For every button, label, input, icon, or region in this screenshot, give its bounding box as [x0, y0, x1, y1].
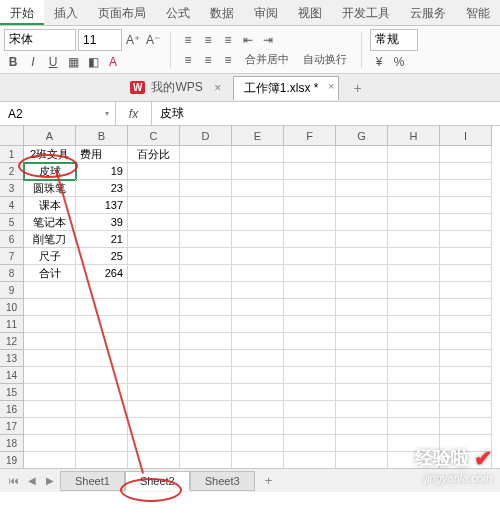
cell[interactable]	[440, 401, 492, 418]
align-middle-icon[interactable]: ≡	[199, 31, 217, 49]
cell[interactable]	[232, 163, 284, 180]
cell[interactable]	[336, 265, 388, 282]
row-header[interactable]: 4	[0, 197, 24, 214]
sheet-nav-next-icon[interactable]: ▶	[42, 473, 58, 489]
cell[interactable]	[388, 384, 440, 401]
cell[interactable]	[232, 265, 284, 282]
formula-input[interactable]: 皮球	[152, 102, 500, 125]
cell[interactable]	[388, 180, 440, 197]
cell[interactable]	[336, 146, 388, 163]
cell[interactable]	[440, 231, 492, 248]
cell[interactable]	[76, 384, 128, 401]
cell[interactable]	[336, 197, 388, 214]
cell[interactable]	[24, 418, 76, 435]
cell[interactable]	[180, 316, 232, 333]
row-header[interactable]: 19	[0, 452, 24, 469]
cell[interactable]	[440, 316, 492, 333]
cell[interactable]	[180, 282, 232, 299]
wps-label[interactable]: 我的WPS	[151, 79, 202, 96]
cell[interactable]	[180, 418, 232, 435]
ribbon-tab-3[interactable]: 公式	[156, 0, 200, 25]
cell[interactable]	[336, 435, 388, 452]
cell[interactable]	[388, 248, 440, 265]
column-header[interactable]: F	[284, 126, 336, 146]
bold-icon[interactable]: B	[4, 53, 22, 71]
cell[interactable]: 笔记本	[24, 214, 76, 231]
font-select[interactable]	[4, 29, 76, 51]
sheet-tab[interactable]: Sheet1	[60, 471, 125, 491]
border-icon[interactable]: ▦	[64, 53, 82, 71]
cell[interactable]	[440, 265, 492, 282]
ribbon-tab-5[interactable]: 审阅	[244, 0, 288, 25]
cell[interactable]	[284, 350, 336, 367]
cell[interactable]	[336, 384, 388, 401]
ribbon-tab-1[interactable]: 插入	[44, 0, 88, 25]
cell[interactable]	[180, 367, 232, 384]
merge-center-button[interactable]: 合并居中	[239, 51, 295, 69]
row-header[interactable]: 6	[0, 231, 24, 248]
fill-color-icon[interactable]: ◧	[84, 53, 102, 71]
cell[interactable]	[388, 316, 440, 333]
cell[interactable]	[232, 248, 284, 265]
cell[interactable]	[284, 214, 336, 231]
row-header[interactable]: 9	[0, 282, 24, 299]
increase-font-icon[interactable]: A⁺	[124, 31, 142, 49]
decrease-font-icon[interactable]: A⁻	[144, 31, 162, 49]
cell[interactable]	[128, 401, 180, 418]
cell[interactable]	[336, 367, 388, 384]
cell[interactable]	[24, 401, 76, 418]
cell[interactable]: 23	[76, 180, 128, 197]
cell[interactable]	[128, 316, 180, 333]
ribbon-tab-2[interactable]: 页面布局	[88, 0, 156, 25]
cell[interactable]	[232, 180, 284, 197]
row-header[interactable]: 8	[0, 265, 24, 282]
cell[interactable]	[284, 367, 336, 384]
cell[interactable]	[232, 367, 284, 384]
column-header[interactable]: A	[24, 126, 76, 146]
cell[interactable]	[232, 350, 284, 367]
currency-icon[interactable]: ¥	[370, 53, 388, 71]
cell[interactable]	[180, 384, 232, 401]
cell[interactable]	[180, 350, 232, 367]
cell[interactable]	[180, 333, 232, 350]
name-box[interactable]: A2	[0, 102, 116, 125]
cell[interactable]	[440, 214, 492, 231]
cell[interactable]	[128, 299, 180, 316]
cell[interactable]	[388, 163, 440, 180]
cell[interactable]	[232, 282, 284, 299]
cell[interactable]	[336, 418, 388, 435]
select-all-corner[interactable]	[0, 126, 24, 146]
font-color-icon[interactable]: A	[104, 53, 122, 71]
cell[interactable]	[284, 248, 336, 265]
cell[interactable]	[440, 333, 492, 350]
cell[interactable]	[336, 231, 388, 248]
cell[interactable]	[284, 384, 336, 401]
cell[interactable]	[232, 333, 284, 350]
row-header[interactable]: 11	[0, 316, 24, 333]
cell[interactable]	[440, 418, 492, 435]
row-header[interactable]: 15	[0, 384, 24, 401]
cell[interactable]	[128, 418, 180, 435]
cell[interactable]	[24, 282, 76, 299]
cell[interactable]	[128, 248, 180, 265]
cell[interactable]	[388, 299, 440, 316]
cell[interactable]	[336, 180, 388, 197]
cell[interactable]	[232, 299, 284, 316]
ribbon-tab-0[interactable]: 开始	[0, 0, 44, 25]
cell[interactable]	[232, 435, 284, 452]
underline-icon[interactable]: U	[44, 53, 62, 71]
cell[interactable]	[440, 180, 492, 197]
cell[interactable]	[128, 282, 180, 299]
cell[interactable]	[232, 146, 284, 163]
sheet-nav-prev-icon[interactable]: ◀	[24, 473, 40, 489]
add-sheet-button[interactable]: +	[257, 471, 281, 490]
cell[interactable]	[388, 197, 440, 214]
cell[interactable]	[128, 163, 180, 180]
column-header[interactable]: H	[388, 126, 440, 146]
cell[interactable]	[76, 282, 128, 299]
cell[interactable]	[180, 401, 232, 418]
cell[interactable]: 百分比	[128, 146, 180, 163]
font-size-select[interactable]	[78, 29, 122, 51]
cell[interactable]: 39	[76, 214, 128, 231]
new-tab-button[interactable]: +	[345, 80, 369, 96]
